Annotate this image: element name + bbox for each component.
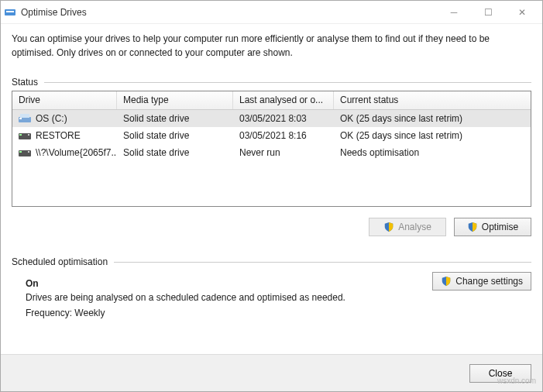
- close-label: Close: [489, 368, 513, 379]
- divider: [114, 262, 531, 263]
- change-settings-button[interactable]: Change settings: [432, 272, 531, 291]
- drive-icon: [19, 148, 31, 157]
- current-status-cell: OK (25 days since last retrim): [334, 112, 531, 126]
- drive-name-cell: RESTORE: [12, 129, 117, 143]
- app-icon: [4, 6, 16, 19]
- drive-name: OS (C:): [36, 113, 67, 124]
- last-analysed-cell: 03/05/2021 8:03: [233, 112, 334, 126]
- svg-rect-6: [19, 134, 22, 136]
- shield-icon: [383, 222, 394, 232]
- close-button[interactable]: ✕: [505, 2, 539, 23]
- change-settings-label: Change settings: [455, 276, 523, 287]
- schedule-section-label: Scheduled optimisation: [12, 256, 531, 267]
- drive-name: RESTORE: [36, 130, 81, 141]
- drive-icon: [19, 131, 31, 140]
- optimise-button[interactable]: Optimise: [454, 218, 531, 236]
- svg-rect-10: [28, 151, 29, 153]
- schedule-label-text: Scheduled optimisation: [12, 256, 108, 267]
- media-type-cell: Solid state drive: [117, 112, 233, 126]
- status-section-label: Status: [12, 77, 531, 88]
- col-media[interactable]: Media type: [117, 91, 233, 109]
- drives-list: Drive Media type Last analysed or o... C…: [12, 91, 531, 207]
- divider: [44, 82, 531, 83]
- drive-name: \\?\Volume{2065f7...: [36, 147, 117, 158]
- title-bar: Optimise Drives ─ ☐ ✕: [1, 1, 542, 24]
- intro-text: You can optimise your drives to help you…: [12, 32, 531, 60]
- last-analysed-cell: Never run: [233, 146, 334, 160]
- drive-icon: [19, 114, 31, 123]
- minimize-button[interactable]: ─: [437, 2, 471, 23]
- schedule-text: Drives are being analysed on a scheduled…: [26, 292, 531, 303]
- status-label-text: Status: [12, 77, 38, 88]
- schedule-frequency: Frequency: Weekly: [26, 308, 531, 318]
- media-type-cell: Solid state drive: [117, 129, 233, 143]
- analyse-button: Analyse: [369, 218, 446, 236]
- svg-rect-4: [19, 118, 22, 119]
- maximize-button[interactable]: ☐: [471, 2, 505, 23]
- svg-rect-3: [20, 114, 29, 118]
- current-status-cell: OK (25 days since last retrim): [334, 129, 531, 143]
- analyse-label: Analyse: [398, 222, 431, 232]
- col-drive[interactable]: Drive: [12, 91, 117, 109]
- window-title: Optimise Drives: [21, 7, 437, 18]
- footer: Close: [1, 354, 542, 391]
- table-row[interactable]: \\?\Volume{2065f7...Solid state driveNev…: [12, 144, 531, 161]
- table-row[interactable]: RESTORESolid state drive03/05/2021 8:16O…: [12, 127, 531, 144]
- table-row[interactable]: OS (C:)Solid state drive03/05/2021 8:03O…: [12, 110, 531, 127]
- svg-rect-7: [28, 134, 29, 136]
- shield-icon: [467, 222, 478, 232]
- drive-name-cell: \\?\Volume{2065f7...: [12, 146, 117, 160]
- svg-rect-1: [6, 11, 14, 12]
- current-status-cell: Needs optimisation: [334, 146, 531, 160]
- drive-name-cell: OS (C:): [12, 112, 117, 126]
- col-last[interactable]: Last analysed or o...: [233, 91, 334, 109]
- last-analysed-cell: 03/05/2021 8:16: [233, 129, 334, 143]
- shield-icon: [441, 276, 452, 287]
- svg-rect-9: [19, 151, 22, 153]
- media-type-cell: Solid state drive: [117, 146, 233, 160]
- close-dialog-button[interactable]: Close: [469, 364, 531, 383]
- drives-header: Drive Media type Last analysed or o... C…: [12, 91, 531, 110]
- col-status[interactable]: Current status: [334, 91, 531, 109]
- optimise-label: Optimise: [482, 222, 518, 232]
